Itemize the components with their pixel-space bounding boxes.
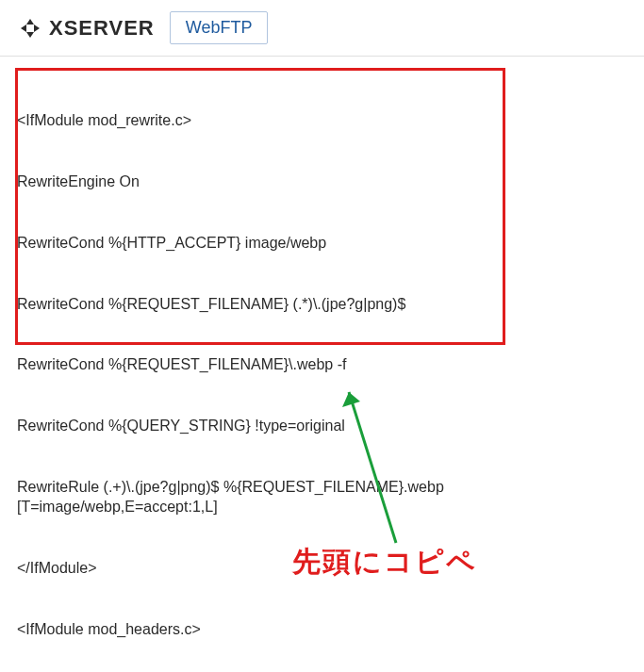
code-line: RewriteRule (.+)\.(jpe?g|png)$ %{REQUEST… — [17, 477, 627, 517]
svg-marker-0 — [26, 19, 34, 25]
code-line: <IfModule mod_rewrite.c> — [17, 110, 627, 131]
svg-marker-3 — [26, 32, 34, 38]
xserver-logo-icon — [19, 17, 41, 40]
code-line: RewriteCond %{HTTP_ACCEPT} image/webp — [17, 233, 627, 254]
svg-marker-1 — [21, 25, 26, 32]
content-area: <IfModule mod_rewrite.c> RewriteEngine O… — [0, 57, 644, 672]
brand-logo: XSERVER — [19, 16, 155, 41]
svg-marker-2 — [34, 25, 40, 32]
brand-text: XSERVER — [49, 16, 155, 41]
code-line: <IfModule mod_headers.c> — [17, 619, 627, 640]
header-bar: XSERVER WebFTP — [0, 0, 644, 57]
code-line: RewriteCond %{REQUEST_FILENAME}\.webp -f — [17, 354, 627, 375]
annotation-label: 先頭にコピペ — [292, 543, 477, 582]
htaccess-code-block: <IfModule mod_rewrite.c> RewriteEngine O… — [17, 70, 627, 672]
code-line: RewriteCond %{QUERY_STRING} !type=origin… — [17, 416, 627, 436]
code-line: RewriteEngine On — [17, 172, 627, 192]
code-line: RewriteCond %{REQUEST_FILENAME} (.*)\.(j… — [17, 294, 627, 315]
webftp-button[interactable]: WebFTP — [170, 11, 269, 44]
